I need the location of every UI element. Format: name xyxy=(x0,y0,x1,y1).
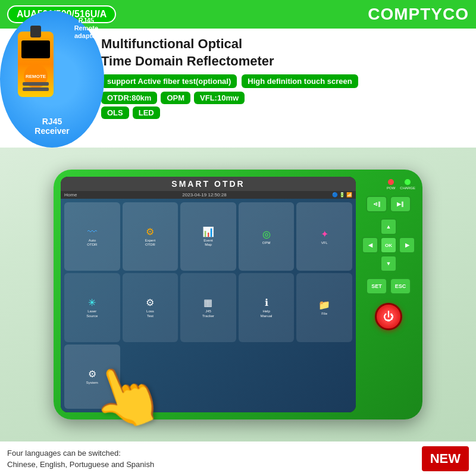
event-map-label: EventMap xyxy=(203,239,212,247)
vfl-symbol: ✦ xyxy=(321,228,328,240)
file-label: File xyxy=(321,312,327,316)
spec-otdr: OTDR:80km xyxy=(101,92,157,104)
top-button-row: ⊲∥ ▶∥ xyxy=(366,196,411,212)
led-pow-label: POW xyxy=(387,186,395,190)
icon-auto-otdr[interactable]: 〰 AutoOTDR xyxy=(64,202,120,271)
led-charge-label: CHARGE xyxy=(400,186,415,190)
device-outer: SMART OTDR Home 2023-04-19 12:50:28 🔵 🔋 … xyxy=(54,170,422,419)
help-manual-label: HelpManual xyxy=(261,309,273,318)
screen-home: Home xyxy=(64,192,77,198)
spec-led: LED xyxy=(133,107,160,119)
new-badge: NEW xyxy=(422,446,469,471)
nav-left[interactable]: ◀ xyxy=(362,237,378,253)
expert-otdr-symbol: ⚙ xyxy=(146,226,154,237)
loss-test-symbol: ⚙ xyxy=(146,297,154,308)
btn-esc[interactable]: ESC xyxy=(390,278,411,295)
tracker-label: J45Tracker xyxy=(202,309,214,318)
nav-empty-tl xyxy=(362,218,378,235)
screen-icons-status: 🔵 🔋 📶 xyxy=(332,192,352,198)
bottom-section: Four languages can be switched: Chinese,… xyxy=(0,441,476,476)
rj45-receiver-label: RJ45Receiver xyxy=(35,117,69,136)
info-section: RJ45Remoteadapter REMOTE RJ45Receiver Mu… xyxy=(0,29,476,148)
screen-title-bar: SMART OTDR xyxy=(61,177,356,191)
icon-tracker[interactable]: ▦ J45Tracker xyxy=(180,273,236,342)
screen-datetime: 2023-04-19 12:50:28 xyxy=(182,192,226,198)
auto-otdr-symbol: 〰 xyxy=(87,227,97,237)
bottom-line2: Chinese, English, Portuguese and Spanish xyxy=(7,460,154,469)
device-screen xyxy=(21,40,50,58)
spec-opm: OPM xyxy=(161,92,190,104)
bottom-text: Four languages can be switched: Chinese,… xyxy=(7,447,154,471)
main-container: AUA501/500/516U/A COMPTYCO RJ45Remoteada… xyxy=(0,0,476,476)
brand-name: COMPTYCO xyxy=(368,5,469,24)
tracker-symbol: ▦ xyxy=(203,297,212,308)
product-title: Multifunctional OpticalTime Domain Refle… xyxy=(101,36,466,70)
opm-symbol: ◎ xyxy=(262,228,271,240)
feature-badge-2: High definition touch screen xyxy=(242,74,358,88)
device-antenna xyxy=(30,26,41,37)
led-pow xyxy=(388,179,394,185)
bottom-line1: Four languages can be switched: xyxy=(7,449,121,458)
nav-up[interactable]: ▲ xyxy=(380,218,397,235)
screen-status-bar: Home 2023-04-19 12:50:28 🔵 🔋 📶 xyxy=(61,191,356,199)
loss-test-label: LossTest xyxy=(146,309,154,318)
btn-func2[interactable]: ▶∥ xyxy=(390,196,411,212)
auto-otdr-label: AutoOTDR xyxy=(87,239,97,247)
nav-ok[interactable]: OK xyxy=(380,237,397,253)
nav-empty-bl xyxy=(362,255,378,272)
power-button[interactable]: ⏻ xyxy=(375,303,402,330)
spec-vfl: VFL:10mw xyxy=(194,92,245,104)
rj45-device-img: REMOTE xyxy=(18,32,54,97)
device-section: SMART OTDR Home 2023-04-19 12:50:28 🔵 🔋 … xyxy=(0,148,476,441)
device-left: SMART OTDR Home 2023-04-19 12:50:28 🔵 🔋 … xyxy=(61,177,356,412)
nav-cluster: ▲ ◀ OK ▶ ▼ xyxy=(362,218,415,272)
rj45-section: RJ45Remoteadapter REMOTE RJ45Receiver xyxy=(0,11,104,148)
event-map-symbol: 📊 xyxy=(202,226,214,237)
rj45-adapter-label: RJ45Remoteadapter xyxy=(74,17,98,40)
nav-down[interactable]: ▼ xyxy=(380,255,397,272)
feature-badges: support Active fiber test(optional) High… xyxy=(101,74,466,88)
icon-laser-source[interactable]: ✳ LaserSource xyxy=(64,273,120,342)
help-manual-symbol: ℹ xyxy=(265,297,268,308)
led-charge xyxy=(405,179,411,185)
laser-source-label: LaserSource xyxy=(86,309,98,318)
laser-source-symbol: ✳ xyxy=(88,297,96,308)
spec-badges-row1: OTDR:80km OPM VFL:10mw xyxy=(101,92,466,104)
icon-loss-test[interactable]: ⚙ LossTest xyxy=(123,273,178,342)
icon-expert-otdr[interactable]: ⚙ ExpertOTDR xyxy=(123,202,178,271)
spec-ols: OLS xyxy=(101,107,129,119)
icon-help-manual[interactable]: ℹ HelpManual xyxy=(239,273,295,342)
nav-empty-br xyxy=(399,255,415,272)
device-right: POW CHARGE ⊲∥ ▶∥ ▲ ◀ xyxy=(362,177,415,412)
icon-file[interactable]: 📁 File xyxy=(296,273,352,342)
btn-set[interactable]: SET xyxy=(366,278,387,295)
icon-opm[interactable]: ◎ OPM xyxy=(239,202,295,271)
expert-otdr-label: ExpertOTDR xyxy=(145,239,155,247)
nav-right[interactable]: ▶ xyxy=(399,237,415,253)
file-symbol: 📁 xyxy=(318,299,330,311)
icon-vfl[interactable]: ✦ VFL xyxy=(296,202,352,271)
feature-badge-1: support Active fiber test(optional) xyxy=(101,74,237,88)
set-esc-row: SET ESC xyxy=(366,278,411,295)
nav-empty-tr xyxy=(399,218,415,235)
opm-label: OPM xyxy=(262,241,271,245)
vfl-label: VFL xyxy=(321,241,328,245)
icon-event-map[interactable]: 📊 EventMap xyxy=(180,202,236,271)
spec-badges-row2: OLS LED xyxy=(101,107,466,119)
led-indicators: POW CHARGE xyxy=(362,179,415,190)
btn-func1[interactable]: ⊲∥ xyxy=(366,196,387,212)
